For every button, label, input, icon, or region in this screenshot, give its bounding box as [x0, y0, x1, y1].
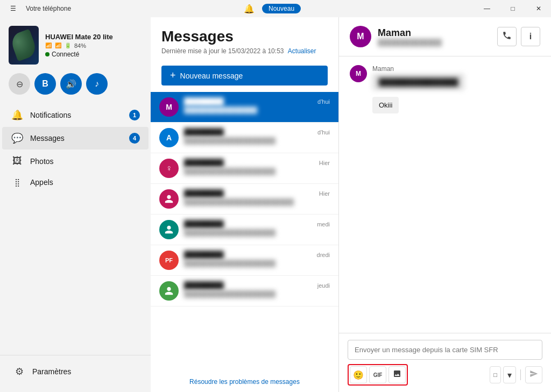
conv-preview-2: ████████████████████	[184, 137, 330, 145]
actualiser-link[interactable]: Actualiser	[288, 47, 316, 55]
media-icon-group: 🙂 GIF	[348, 364, 408, 386]
conversation-item-6[interactable]: PF ████████ dredi ████████████████████	[151, 245, 338, 276]
chevron-down-button[interactable]: ▾	[503, 366, 516, 383]
signal-icon: 📶	[45, 42, 52, 48]
conversation-item-2[interactable]: A ████████ d'hui ████████████████████	[151, 123, 338, 153]
conv-top-6: ████████ dredi	[184, 251, 330, 259]
connected-row: Connecté	[45, 51, 113, 58]
conv-time-5: medi	[317, 221, 330, 227]
notifications-badge: 1	[129, 110, 140, 120]
notifications-icon: 🔔	[11, 109, 24, 121]
conversation-item-3[interactable]: ♀ ████████ Hier ████████████████████	[151, 153, 338, 184]
image-icon	[393, 369, 401, 380]
send-button[interactable]	[525, 366, 542, 383]
close-button[interactable]: ✕	[526, 0, 551, 17]
bluetooth-icon: B	[42, 79, 48, 89]
messages-panel: Messages Dernière mise à jour le 15/03/2…	[151, 17, 339, 392]
sidebar-item-notifications[interactable]: 🔔 Notifications 1	[2, 104, 149, 126]
msg-sender-1: Maman	[372, 65, 464, 73]
battery-icon: 🔋	[65, 42, 71, 48]
conversation-item-5[interactable]: ████████ medi ████████████████████	[151, 215, 338, 245]
new-message-label: Nouveau message	[180, 72, 243, 80]
message-input[interactable]	[348, 340, 542, 360]
title-bar-actions: 🔔 Nouveau	[241, 0, 301, 17]
volume-icon: 🔊	[66, 79, 76, 89]
sidebar-item-messages[interactable]: 💬 Messages 4	[2, 127, 149, 149]
window-controls: — □ ✕	[475, 0, 551, 17]
sim-icon: □	[493, 372, 497, 378]
conv-name-6: ████████	[184, 251, 224, 259]
messages-label: Messages	[30, 134, 123, 142]
phone-image	[9, 26, 39, 65]
connected-dot	[45, 52, 50, 56]
nouveau-badge[interactable]: Nouveau	[262, 4, 301, 13]
hamburger-button[interactable]: ☰	[4, 0, 22, 17]
avatar-2: A	[159, 128, 179, 147]
emoji-icon: 🙂	[353, 370, 364, 380]
photos-label: Photos	[30, 157, 140, 166]
conv-time-1: d'hui	[317, 98, 330, 105]
emoji-button[interactable]: 🙂	[350, 366, 367, 383]
gif-button[interactable]: GIF	[369, 366, 386, 383]
conv-content-6: ████████ dredi ████████████████████	[184, 251, 330, 267]
volume-button[interactable]: 🔊	[60, 73, 82, 95]
app-title: Votre téléphone	[26, 5, 71, 12]
chat-contact-info: Maman ██████████████	[378, 27, 491, 46]
image-button[interactable]	[388, 366, 406, 383]
bluetooth-button[interactable]: B	[34, 73, 56, 95]
appels-icon: ⣿	[11, 178, 24, 187]
conv-preview-7: ████████████████████	[184, 290, 330, 298]
conv-name-2: ████████	[184, 128, 224, 136]
avatar-4	[159, 189, 179, 209]
conv-content-7: ████████ jeudi ████████████████████	[184, 281, 330, 298]
conv-top-7: ████████ jeudi	[184, 281, 330, 289]
minimize-icon: —	[484, 5, 490, 12]
appels-label: Appels	[30, 178, 140, 187]
conv-time-6: dredi	[317, 252, 330, 258]
sidebar-item-appels[interactable]: ⣿ Appels	[2, 173, 149, 192]
call-icon	[502, 31, 512, 42]
info-button[interactable]: i	[521, 27, 540, 46]
conv-content-4: ████████ Hier ████████████████████████	[184, 189, 330, 206]
resolve-link[interactable]: Résoudre les problèmes de messages	[151, 372, 338, 392]
conv-content-3: ████████ Hier ████████████████████	[184, 159, 330, 175]
conv-name-7: ████████	[184, 281, 224, 289]
minimize-button[interactable]: —	[475, 0, 499, 17]
sidebar-item-parametres[interactable]: ⚙ Paramètres	[4, 360, 146, 383]
music-button[interactable]: ♪	[86, 73, 108, 95]
conv-time-4: Hier	[319, 190, 330, 197]
conv-preview-6: ████████████████████	[184, 260, 330, 267]
sidebar-bottom: ⚙ Paramètres	[0, 355, 151, 388]
phone-name: HUAWEI Mate 20 lite	[45, 33, 113, 41]
sim-button[interactable]: □	[490, 366, 501, 383]
conversation-item-7[interactable]: ████████ jeudi ████████████████████	[151, 276, 338, 307]
plus-icon: +	[170, 70, 176, 81]
conv-content-2: ████████ d'hui ████████████████████	[184, 128, 330, 145]
hamburger-icon: ☰	[10, 5, 16, 12]
info-icon: i	[529, 32, 532, 41]
chevron-down-icon: ▾	[507, 370, 512, 380]
phone-status-row: 📶 📶 🔋 84%	[45, 42, 113, 49]
new-message-button[interactable]: + Nouveau message	[161, 66, 328, 85]
chat-input-area: 🙂 GIF □	[339, 333, 551, 392]
conv-top-4: ████████ Hier	[184, 189, 330, 197]
messages-badge: 4	[129, 133, 140, 144]
nav-items: 🔔 Notifications 1 💬 Messages 4 🖼 Photos …	[0, 103, 151, 355]
title-bar: ☰ Votre téléphone 🔔 Nouveau — □ ✕	[0, 0, 551, 17]
call-button[interactable]	[497, 27, 517, 46]
sidebar-item-photos[interactable]: 🖼 Photos	[2, 150, 149, 172]
conv-preview-1: ████████████████	[184, 106, 330, 114]
avatar-3: ♀	[159, 159, 179, 178]
conversation-item-4[interactable]: ████████ Hier ████████████████████████	[151, 184, 338, 215]
bell-button[interactable]: 🔔	[241, 0, 258, 17]
conv-name-5: ████████	[184, 220, 224, 228]
conv-preview-4: ████████████████████████	[184, 198, 330, 206]
maximize-icon: □	[511, 5, 514, 12]
conv-name-1: ████████	[184, 97, 224, 105]
conversation-item-1[interactable]: M ████████ d'hui ████████████████	[151, 92, 338, 123]
maximize-button[interactable]: □	[500, 0, 525, 17]
msg-bubble-2: Okiii	[372, 97, 399, 113]
avatar-5	[159, 220, 179, 239]
mute-button[interactable]: ⊖	[9, 73, 30, 95]
conversation-list: M ████████ d'hui ████████████████ A ████…	[151, 92, 338, 372]
